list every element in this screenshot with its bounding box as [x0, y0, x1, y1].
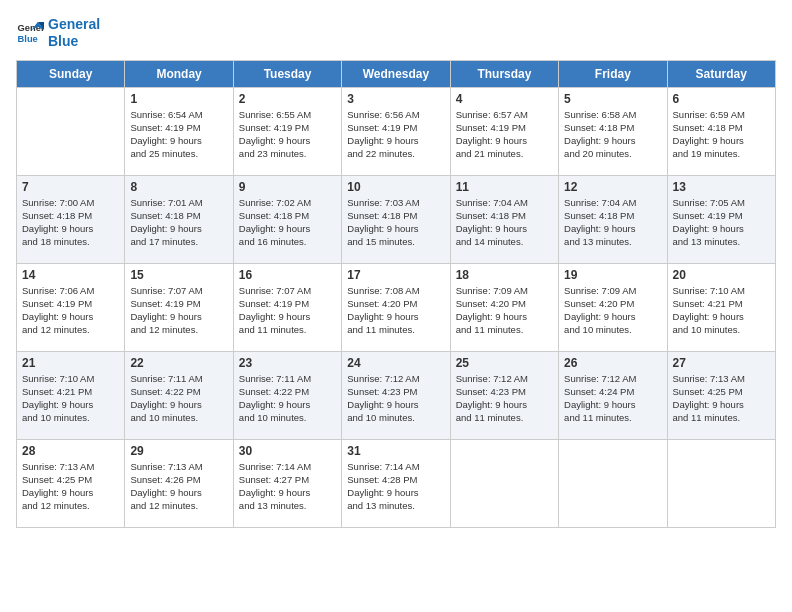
day-info: Sunrise: 7:10 AM Sunset: 4:21 PM Dayligh…	[673, 284, 770, 337]
day-info: Sunrise: 7:00 AM Sunset: 4:18 PM Dayligh…	[22, 196, 119, 249]
day-number: 27	[673, 356, 770, 370]
calendar-cell	[667, 439, 775, 527]
day-number: 13	[673, 180, 770, 194]
weekday-header-monday: Monday	[125, 60, 233, 87]
calendar-cell: 11Sunrise: 7:04 AM Sunset: 4:18 PM Dayli…	[450, 175, 558, 263]
calendar-week-row: 21Sunrise: 7:10 AM Sunset: 4:21 PM Dayli…	[17, 351, 776, 439]
weekday-header-thursday: Thursday	[450, 60, 558, 87]
day-number: 2	[239, 92, 336, 106]
day-number: 1	[130, 92, 227, 106]
calendar-cell: 17Sunrise: 7:08 AM Sunset: 4:20 PM Dayli…	[342, 263, 450, 351]
day-info: Sunrise: 7:11 AM Sunset: 4:22 PM Dayligh…	[239, 372, 336, 425]
day-info: Sunrise: 7:06 AM Sunset: 4:19 PM Dayligh…	[22, 284, 119, 337]
day-info: Sunrise: 7:03 AM Sunset: 4:18 PM Dayligh…	[347, 196, 444, 249]
calendar-cell: 28Sunrise: 7:13 AM Sunset: 4:25 PM Dayli…	[17, 439, 125, 527]
day-number: 29	[130, 444, 227, 458]
day-info: Sunrise: 7:13 AM Sunset: 4:25 PM Dayligh…	[673, 372, 770, 425]
day-number: 23	[239, 356, 336, 370]
weekday-header-row: SundayMondayTuesdayWednesdayThursdayFrid…	[17, 60, 776, 87]
calendar-cell: 8Sunrise: 7:01 AM Sunset: 4:18 PM Daylig…	[125, 175, 233, 263]
day-number: 5	[564, 92, 661, 106]
calendar-cell: 21Sunrise: 7:10 AM Sunset: 4:21 PM Dayli…	[17, 351, 125, 439]
calendar-cell: 4Sunrise: 6:57 AM Sunset: 4:19 PM Daylig…	[450, 87, 558, 175]
day-info: Sunrise: 6:57 AM Sunset: 4:19 PM Dayligh…	[456, 108, 553, 161]
day-info: Sunrise: 7:11 AM Sunset: 4:22 PM Dayligh…	[130, 372, 227, 425]
calendar-cell: 10Sunrise: 7:03 AM Sunset: 4:18 PM Dayli…	[342, 175, 450, 263]
page-header: General Blue General Blue	[16, 16, 776, 50]
calendar-cell: 9Sunrise: 7:02 AM Sunset: 4:18 PM Daylig…	[233, 175, 341, 263]
day-info: Sunrise: 7:07 AM Sunset: 4:19 PM Dayligh…	[239, 284, 336, 337]
day-number: 10	[347, 180, 444, 194]
calendar-cell: 16Sunrise: 7:07 AM Sunset: 4:19 PM Dayli…	[233, 263, 341, 351]
day-number: 12	[564, 180, 661, 194]
calendar-cell	[450, 439, 558, 527]
day-info: Sunrise: 6:54 AM Sunset: 4:19 PM Dayligh…	[130, 108, 227, 161]
logo-text-line1: General	[48, 16, 100, 33]
day-info: Sunrise: 6:58 AM Sunset: 4:18 PM Dayligh…	[564, 108, 661, 161]
day-number: 31	[347, 444, 444, 458]
calendar-cell: 27Sunrise: 7:13 AM Sunset: 4:25 PM Dayli…	[667, 351, 775, 439]
day-number: 14	[22, 268, 119, 282]
day-number: 28	[22, 444, 119, 458]
calendar-cell: 18Sunrise: 7:09 AM Sunset: 4:20 PM Dayli…	[450, 263, 558, 351]
calendar-cell: 20Sunrise: 7:10 AM Sunset: 4:21 PM Dayli…	[667, 263, 775, 351]
calendar-cell: 15Sunrise: 7:07 AM Sunset: 4:19 PM Dayli…	[125, 263, 233, 351]
calendar-cell: 29Sunrise: 7:13 AM Sunset: 4:26 PM Dayli…	[125, 439, 233, 527]
calendar-cell	[559, 439, 667, 527]
calendar-week-row: 7Sunrise: 7:00 AM Sunset: 4:18 PM Daylig…	[17, 175, 776, 263]
calendar-cell: 26Sunrise: 7:12 AM Sunset: 4:24 PM Dayli…	[559, 351, 667, 439]
weekday-header-tuesday: Tuesday	[233, 60, 341, 87]
calendar-cell: 7Sunrise: 7:00 AM Sunset: 4:18 PM Daylig…	[17, 175, 125, 263]
calendar-cell: 13Sunrise: 7:05 AM Sunset: 4:19 PM Dayli…	[667, 175, 775, 263]
day-info: Sunrise: 7:13 AM Sunset: 4:26 PM Dayligh…	[130, 460, 227, 513]
calendar-table: SundayMondayTuesdayWednesdayThursdayFrid…	[16, 60, 776, 528]
day-number: 16	[239, 268, 336, 282]
weekday-header-wednesday: Wednesday	[342, 60, 450, 87]
day-info: Sunrise: 7:12 AM Sunset: 4:23 PM Dayligh…	[456, 372, 553, 425]
day-info: Sunrise: 7:04 AM Sunset: 4:18 PM Dayligh…	[564, 196, 661, 249]
calendar-cell: 19Sunrise: 7:09 AM Sunset: 4:20 PM Dayli…	[559, 263, 667, 351]
calendar-cell: 3Sunrise: 6:56 AM Sunset: 4:19 PM Daylig…	[342, 87, 450, 175]
calendar-week-row: 14Sunrise: 7:06 AM Sunset: 4:19 PM Dayli…	[17, 263, 776, 351]
day-info: Sunrise: 7:07 AM Sunset: 4:19 PM Dayligh…	[130, 284, 227, 337]
day-number: 15	[130, 268, 227, 282]
day-number: 19	[564, 268, 661, 282]
day-info: Sunrise: 7:01 AM Sunset: 4:18 PM Dayligh…	[130, 196, 227, 249]
calendar-cell: 2Sunrise: 6:55 AM Sunset: 4:19 PM Daylig…	[233, 87, 341, 175]
day-number: 21	[22, 356, 119, 370]
day-info: Sunrise: 7:04 AM Sunset: 4:18 PM Dayligh…	[456, 196, 553, 249]
calendar-week-row: 1Sunrise: 6:54 AM Sunset: 4:19 PM Daylig…	[17, 87, 776, 175]
day-info: Sunrise: 7:08 AM Sunset: 4:20 PM Dayligh…	[347, 284, 444, 337]
day-number: 24	[347, 356, 444, 370]
day-number: 7	[22, 180, 119, 194]
weekday-header-saturday: Saturday	[667, 60, 775, 87]
calendar-cell: 25Sunrise: 7:12 AM Sunset: 4:23 PM Dayli…	[450, 351, 558, 439]
calendar-cell: 30Sunrise: 7:14 AM Sunset: 4:27 PM Dayli…	[233, 439, 341, 527]
calendar-cell	[17, 87, 125, 175]
calendar-cell: 14Sunrise: 7:06 AM Sunset: 4:19 PM Dayli…	[17, 263, 125, 351]
calendar-cell: 1Sunrise: 6:54 AM Sunset: 4:19 PM Daylig…	[125, 87, 233, 175]
day-number: 3	[347, 92, 444, 106]
svg-text:Blue: Blue	[18, 34, 38, 44]
day-info: Sunrise: 7:02 AM Sunset: 4:18 PM Dayligh…	[239, 196, 336, 249]
calendar-cell: 12Sunrise: 7:04 AM Sunset: 4:18 PM Dayli…	[559, 175, 667, 263]
weekday-header-sunday: Sunday	[17, 60, 125, 87]
day-number: 30	[239, 444, 336, 458]
day-number: 6	[673, 92, 770, 106]
day-info: Sunrise: 7:09 AM Sunset: 4:20 PM Dayligh…	[456, 284, 553, 337]
calendar-cell: 6Sunrise: 6:59 AM Sunset: 4:18 PM Daylig…	[667, 87, 775, 175]
day-info: Sunrise: 7:12 AM Sunset: 4:24 PM Dayligh…	[564, 372, 661, 425]
calendar-cell: 22Sunrise: 7:11 AM Sunset: 4:22 PM Dayli…	[125, 351, 233, 439]
calendar-cell: 5Sunrise: 6:58 AM Sunset: 4:18 PM Daylig…	[559, 87, 667, 175]
weekday-header-friday: Friday	[559, 60, 667, 87]
day-info: Sunrise: 7:09 AM Sunset: 4:20 PM Dayligh…	[564, 284, 661, 337]
day-info: Sunrise: 7:05 AM Sunset: 4:19 PM Dayligh…	[673, 196, 770, 249]
day-number: 25	[456, 356, 553, 370]
calendar-cell: 24Sunrise: 7:12 AM Sunset: 4:23 PM Dayli…	[342, 351, 450, 439]
day-number: 18	[456, 268, 553, 282]
day-info: Sunrise: 7:14 AM Sunset: 4:27 PM Dayligh…	[239, 460, 336, 513]
logo: General Blue General Blue	[16, 16, 100, 50]
logo-text-line2: Blue	[48, 33, 100, 50]
day-info: Sunrise: 7:12 AM Sunset: 4:23 PM Dayligh…	[347, 372, 444, 425]
day-info: Sunrise: 7:13 AM Sunset: 4:25 PM Dayligh…	[22, 460, 119, 513]
